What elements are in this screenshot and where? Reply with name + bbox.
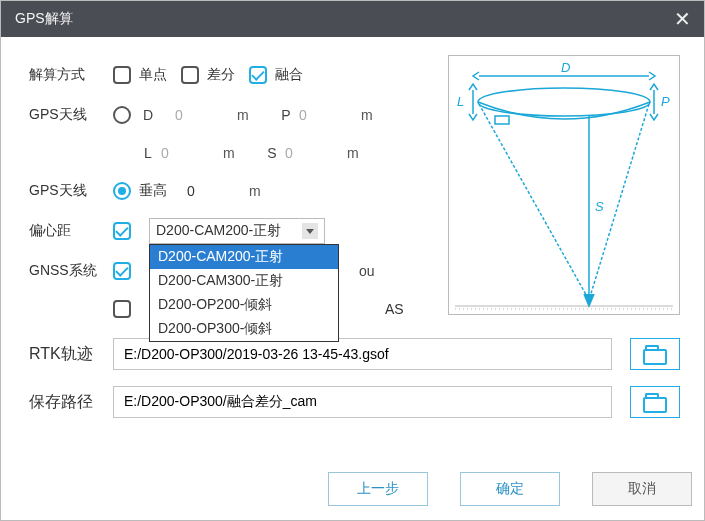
single-label: 单点: [139, 66, 167, 84]
ok-button[interactable]: 确定: [460, 472, 560, 506]
s-unit: m: [347, 145, 369, 161]
v-unit: m: [249, 183, 271, 199]
eccentric-option[interactable]: D200-CAM200-正射: [150, 245, 338, 269]
eccentric-option[interactable]: D200-OP200-倾斜: [150, 293, 338, 317]
svg-text:P: P: [661, 94, 670, 109]
gps-calc-dialog: GPS解算 ✕ 解算方式 单点 差分 融合 GPS天线 D m P m: [0, 0, 705, 521]
diff-label: 差分: [207, 66, 235, 84]
gnss-tail2: AS: [385, 301, 404, 317]
antenna-dims-label: GPS天线: [29, 106, 113, 124]
save-browse-button[interactable]: [630, 386, 680, 418]
dialog-title: GPS解算: [15, 10, 670, 28]
close-icon[interactable]: ✕: [670, 7, 694, 31]
folder-icon: [643, 393, 667, 411]
l-unit: m: [223, 145, 245, 161]
single-checkbox[interactable]: [113, 66, 131, 84]
l-label: L: [139, 145, 157, 161]
eccentric-option[interactable]: D200-OP300-倾斜: [150, 317, 338, 341]
rtk-browse-button[interactable]: [630, 338, 680, 370]
vertical-input[interactable]: [187, 180, 245, 202]
l-input[interactable]: [161, 142, 219, 164]
eccentric-select[interactable]: D200-CAM200-正射 D200-CAM200-正射 D200-CAM30…: [149, 218, 325, 244]
eccentric-dropdown: D200-CAM200-正射 D200-CAM300-正射 D200-OP200…: [149, 244, 339, 342]
s-input[interactable]: [285, 142, 343, 164]
d-opt-label: D: [139, 107, 157, 123]
d-radio[interactable]: [113, 106, 131, 124]
gnss-tail1: ou: [359, 263, 375, 279]
svg-point-2: [478, 88, 650, 116]
rtk-label: RTK轨迹: [29, 344, 113, 365]
d-input[interactable]: [175, 104, 233, 126]
button-row: 上一步 确定 取消: [1, 458, 704, 520]
cancel-button[interactable]: 取消: [592, 472, 692, 506]
folder-icon: [643, 345, 667, 363]
svg-text:D: D: [561, 60, 570, 75]
content: 解算方式 单点 差分 融合 GPS天线 D m P m: [1, 37, 704, 458]
fusion-label: 融合: [275, 66, 303, 84]
diff-checkbox[interactable]: [181, 66, 199, 84]
gnss-checkbox-2[interactable]: [113, 300, 131, 318]
save-label: 保存路径: [29, 392, 113, 413]
svg-line-8: [479, 104, 589, 300]
svg-text:L: L: [457, 94, 464, 109]
vertical-label: 垂高: [139, 182, 167, 200]
eccentric-label: 偏心距: [29, 222, 113, 240]
eccentric-option[interactable]: D200-CAM300-正射: [150, 269, 338, 293]
prev-button[interactable]: 上一步: [328, 472, 428, 506]
svg-rect-3: [495, 116, 509, 124]
svg-text:S: S: [595, 199, 604, 214]
p-input[interactable]: [299, 104, 357, 126]
vertical-radio[interactable]: [113, 182, 131, 200]
p-unit: m: [361, 107, 383, 123]
eccentric-checkbox[interactable]: [113, 222, 131, 240]
antenna-diagram: D L P: [448, 55, 680, 315]
chevron-down-icon: [302, 223, 318, 239]
save-path-input[interactable]: [113, 386, 612, 418]
eccentric-selected: D200-CAM200-正射: [156, 222, 302, 240]
rtk-path-input[interactable]: [113, 338, 612, 370]
gnss-label: GNSS系统: [29, 262, 113, 280]
antenna-height-label: GPS天线: [29, 182, 113, 200]
gnss-checkbox-1[interactable]: [113, 262, 131, 280]
s-label: S: [263, 145, 281, 161]
form-area: 解算方式 单点 差分 融合 GPS天线 D m P m: [29, 55, 438, 327]
calc-mode-label: 解算方式: [29, 66, 113, 84]
p-label: P: [277, 107, 295, 123]
d-unit: m: [237, 107, 259, 123]
titlebar: GPS解算 ✕: [1, 1, 704, 37]
fusion-checkbox[interactable]: [249, 66, 267, 84]
